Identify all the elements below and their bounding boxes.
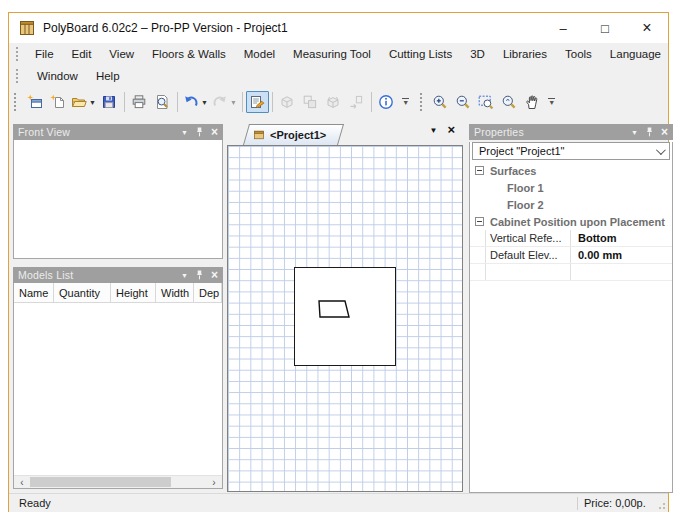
property-row-default-elev[interactable]: Default Elev...0.00 mm [470,247,672,264]
collapse-icon[interactable] [475,217,484,226]
print-button[interactable] [128,91,151,113]
open-icon [71,94,87,110]
menu-item-measuring-tool[interactable]: Measuring Tool [284,46,380,62]
undo-button[interactable]: ▼ [181,91,210,113]
status-bar: Ready Price: 0,00p. [9,493,668,512]
column-header-width[interactable]: Width [156,283,194,302]
new-model-button[interactable] [46,91,69,113]
menu-item-window[interactable]: Window [28,68,87,84]
tab-label: <Project1> [270,129,326,141]
maximize-button[interactable]: □ [584,13,626,43]
dropdown-arrow-icon[interactable]: ▼ [89,99,96,106]
chevron-down-icon[interactable]: ▼ [181,129,188,136]
chevron-down-icon[interactable]: ▼ [631,129,638,136]
pan-button[interactable] [521,91,544,113]
property-name: Default Elev... [486,247,571,263]
menu-item-model[interactable]: Model [235,46,284,62]
chevron-down-icon[interactable]: ▼ [181,272,188,279]
dropdown-arrow-icon[interactable]: ▼ [201,99,208,106]
collapse-icon[interactable] [475,166,484,175]
menu-item-file[interactable]: File [26,46,63,62]
export-3d-button[interactable] [345,91,368,113]
tab-list-dropdown-icon[interactable]: ▼ [429,126,437,135]
menu-item-tools[interactable]: Tools [556,46,601,62]
dropdown-arrow-icon[interactable]: ▼ [230,99,237,106]
properties-panel: Properties ▼ × Project "Project1" Surfac… [469,124,673,493]
properties-header[interactable]: Properties ▼ × [469,124,673,140]
group-label: Cabinet Position upon Placement [490,216,665,228]
open-button[interactable]: ▼ [69,91,98,113]
column-header-dep[interactable]: Dep [194,283,222,302]
menu-item-edit[interactable]: Edit [63,46,101,62]
toolbar-drag-handle[interactable] [420,93,424,111]
resize-grip-icon[interactable] [654,494,668,512]
open-cube-button[interactable] [322,91,345,113]
view-3d-button[interactable] [276,91,299,113]
menu-item-view[interactable]: View [100,46,143,62]
toolbar-group: ▼▼▼▼ [12,91,412,113]
scroll-left-button[interactable]: ‹ [14,476,30,488]
models-list-header[interactable]: Models List ▼ × [13,267,223,283]
close-icon[interactable]: × [211,127,218,137]
toolbar-drag-handle[interactable] [14,93,18,111]
pin-icon[interactable] [195,269,204,281]
menu-item-floors-walls[interactable]: Floors & Walls [143,46,235,62]
close-button[interactable]: × [626,13,668,43]
close-icon[interactable]: × [661,127,668,137]
pin-icon[interactable] [645,126,654,138]
menu-item-language[interactable]: Language [601,46,670,62]
info-button[interactable] [375,91,398,113]
property-value[interactable]: Bottom [571,230,672,246]
menu-item-3d[interactable]: 3D [461,46,494,62]
scrollbar-thumb[interactable] [30,477,171,487]
property-group-surfaces[interactable]: Surfaces [470,162,672,179]
menu-item-help[interactable]: Help [87,68,129,84]
toolbar-overflow-button[interactable]: ▼ [400,92,412,112]
horizontal-scrollbar: ‹ › [14,475,222,488]
column-header-quantity[interactable]: Quantity [54,283,111,302]
column-header-height[interactable]: Height [111,283,156,302]
row-indent [470,230,486,246]
group-label: Surfaces [490,165,536,177]
tree-item-floor-2[interactable]: Floor 2 [470,196,672,213]
polyboard-app-icon[interactable] [19,20,35,36]
property-group-cabinet-position-upon-placement[interactable]: Cabinet Position upon Placement [470,213,672,230]
new-project-button[interactable] [23,91,46,113]
close-document-icon[interactable]: × [447,125,455,135]
column-header-name[interactable]: Nameˆ [14,283,54,302]
models-list-body[interactable] [14,303,222,475]
redo-button[interactable]: ▼ [210,91,239,113]
cabinet-model-shape[interactable] [319,301,349,317]
zoom-dynamic-button[interactable] [498,91,521,113]
print-preview-button[interactable] [151,91,174,113]
floor-plan-canvas[interactable] [227,145,463,492]
zoom-window-button[interactable] [475,91,498,113]
front-view-body[interactable] [13,140,223,259]
property-row-vertical-refe[interactable]: Vertical Refe...Bottom [470,230,672,247]
scroll-right-button[interactable]: › [206,476,222,488]
menu-drag-handle[interactable] [16,47,18,61]
print-preview-icon [154,94,170,110]
panel-title: Properties [474,126,624,138]
tree-item-floor-1[interactable]: Floor 1 [470,179,672,196]
menu-item-libraries[interactable]: Libraries [494,46,556,62]
zoom-out-button[interactable] [452,91,475,113]
menu-drag-handle[interactable] [16,69,20,83]
title-bar: PolyBoard 6.02c2 – Pro-PP Version - Proj… [9,13,668,43]
properties-button[interactable] [246,91,269,113]
zoom-in-button[interactable] [429,91,452,113]
convert-3d-button[interactable] [299,91,322,113]
scrollbar-track[interactable] [30,476,206,488]
menu-item-cutting-lists[interactable]: Cutting Lists [380,46,461,62]
close-icon[interactable]: × [211,270,218,280]
save-button[interactable] [98,91,121,113]
desktop: PolyBoard 6.02c2 – Pro-PP Version - Proj… [0,0,690,531]
toolbar-overflow-button[interactable]: ▼ [546,92,558,112]
property-value[interactable]: 0.00 mm [571,247,672,263]
object-selector-combobox[interactable]: Project "Project1" [472,142,670,160]
panel-title: Front View [18,126,174,138]
front-view-header[interactable]: Front View ▼ × [13,124,223,140]
pin-icon[interactable] [195,126,204,138]
document-tab[interactable]: <Project1> [243,124,338,145]
minimize-button[interactable]: – [542,13,584,43]
